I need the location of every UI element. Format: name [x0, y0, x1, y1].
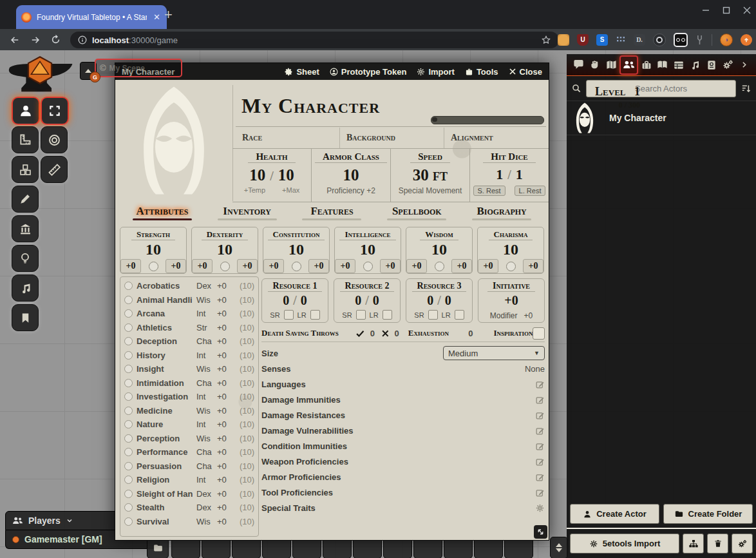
check-icon[interactable] [355, 329, 365, 338]
skill-row[interactable]: Survival Wis +0 (10) [120, 515, 258, 529]
ability-save[interactable]: +0 [120, 259, 141, 273]
ability-name[interactable]: Constitution [268, 229, 325, 240]
ability-name[interactable]: Dexterity [202, 229, 248, 240]
save-proficiency-toggle[interactable] [149, 262, 158, 271]
edit-icon[interactable] [535, 472, 545, 482]
skill-proficiency-toggle[interactable] [124, 351, 133, 360]
sheet-tab[interactable]: Spellbook [384, 204, 449, 220]
ability-score[interactable]: 10 [217, 241, 232, 258]
skill-row[interactable]: History Int +0 (10) [120, 349, 258, 363]
skill-row[interactable]: Intimidation Cha +0 (10) [120, 376, 258, 390]
5etools-import-button[interactable]: 5etools Import [570, 534, 679, 553]
skill-proficiency-toggle[interactable] [124, 323, 133, 332]
skill-name[interactable]: Nature [137, 419, 193, 429]
window-close-icon[interactable] [743, 6, 751, 14]
skill-row[interactable]: Medicine Wis +0 (10) [120, 404, 258, 418]
special-traits-gear-icon[interactable] [535, 503, 545, 513]
close-button[interactable]: Close [509, 67, 542, 77]
resource-label[interactable]: Resource 1 [268, 281, 323, 292]
maximize-icon[interactable] [723, 6, 730, 14]
skill-proficiency-toggle[interactable] [124, 365, 133, 373]
skill-row[interactable]: Stealth Dex +0 (10) [120, 501, 258, 515]
tab-items[interactable] [638, 57, 654, 73]
edit-icon[interactable] [535, 457, 545, 467]
cookie-icon[interactable] [558, 34, 569, 46]
edit-icon[interactable] [535, 395, 545, 405]
skill-proficiency-toggle[interactable] [124, 407, 133, 415]
death-successes[interactable]: 0 [370, 329, 375, 338]
skill-proficiency-toggle[interactable] [124, 282, 133, 290]
skill-proficiency-toggle[interactable] [124, 434, 133, 443]
hp-tempmax-label[interactable]: +Max [282, 186, 299, 194]
save-proficiency-toggle[interactable] [506, 262, 516, 271]
skill-name[interactable]: Stealth [137, 503, 193, 512]
skill-name[interactable]: Deception [137, 336, 193, 346]
ability-save[interactable]: +0 [335, 259, 355, 273]
settings-button[interactable] [732, 534, 753, 553]
skill-row[interactable]: Acrobatics Dex +0 (10) [120, 279, 258, 293]
sr-checkbox[interactable] [284, 310, 294, 320]
shield-icon[interactable]: U [577, 34, 589, 46]
size-select[interactable]: Medium ▼ [443, 346, 545, 360]
actor-name[interactable]: My Character [609, 113, 666, 123]
sheet-tab[interactable]: Attributes [130, 204, 194, 220]
tab-playlists[interactable] [687, 57, 703, 73]
resource-label[interactable]: Resource 2 [340, 281, 395, 292]
hp-current[interactable]: 10 [249, 166, 265, 184]
hd-current[interactable]: 1 [496, 166, 503, 183]
ability-score[interactable]: 10 [146, 241, 161, 258]
skill-row[interactable]: Perception Wis +0 (10) [120, 432, 258, 446]
initiative-label[interactable]: Initiative [487, 281, 535, 292]
skill-row[interactable]: Persuasion Cha +0 (10) [120, 459, 258, 474]
sheet-config-button[interactable]: Sheet [285, 67, 319, 77]
skill-proficiency-toggle[interactable] [124, 420, 133, 428]
resource-label[interactable]: Resource 3 [412, 281, 467, 292]
skill-name[interactable]: Persuasion [137, 461, 193, 471]
folder-tree-button[interactable] [683, 534, 704, 553]
sheet-tab[interactable]: Inventory [215, 204, 279, 220]
select-tool-button[interactable] [41, 97, 69, 125]
ability-name[interactable]: Strength [131, 229, 175, 240]
skill-proficiency-toggle[interactable] [124, 503, 133, 512]
ability-mod[interactable]: +0 [380, 259, 401, 273]
initiative-value[interactable]: +0 [504, 293, 518, 308]
tab-chat[interactable] [571, 57, 587, 73]
exhaustion-value[interactable]: 0 [468, 329, 484, 338]
url-bar[interactable]: localhost:30000/game [70, 32, 559, 48]
skill-row[interactable]: Nature Int +0 (10) [120, 418, 258, 432]
skill-row[interactable]: Religion Int +0 (10) [120, 473, 258, 487]
ability-mod[interactable]: +0 [523, 259, 543, 273]
tab-journal[interactable] [654, 57, 670, 73]
lighting-controls-button[interactable] [12, 245, 39, 272]
character-name[interactable]: My Character [241, 94, 380, 118]
skill-name[interactable]: Medicine [137, 406, 193, 416]
create-folder-button[interactable]: Create Folder [663, 504, 753, 524]
character-portrait[interactable] [115, 80, 232, 201]
short-rest-button[interactable]: S. Rest [473, 186, 506, 196]
measure-controls-button[interactable] [12, 126, 39, 153]
page-down-icon[interactable] [556, 548, 562, 552]
eye-icon[interactable] [653, 34, 666, 46]
x-icon[interactable] [381, 329, 390, 338]
skill-proficiency-toggle[interactable] [124, 517, 133, 526]
edit-icon[interactable] [535, 441, 545, 451]
skill-name[interactable]: Athletics [137, 323, 193, 332]
hp-max[interactable]: 10 [278, 166, 294, 184]
skill-name[interactable]: Performance [137, 447, 193, 457]
skill-proficiency-toggle[interactable] [124, 490, 133, 498]
skill-proficiency-toggle[interactable] [124, 462, 133, 470]
resource-value[interactable]: 0 [355, 293, 361, 308]
ability-save[interactable]: +0 [478, 259, 498, 273]
skill-name[interactable]: Investigation [137, 392, 193, 401]
ruler-tool-button[interactable] [41, 156, 68, 183]
skill-row[interactable]: Insight Wis +0 (10) [120, 362, 258, 376]
tab-compendium[interactable] [703, 57, 719, 73]
save-proficiency-toggle[interactable] [435, 262, 444, 271]
detail-field[interactable]: Alignment [444, 128, 548, 148]
lr-checkbox[interactable] [455, 310, 464, 320]
new-tab-button[interactable]: + [164, 8, 173, 22]
tab-settings[interactable] [719, 57, 735, 73]
s-icon[interactable]: S [596, 34, 608, 46]
ability-mod[interactable]: +0 [308, 259, 329, 273]
tools-button[interactable]: Tools [465, 67, 498, 77]
